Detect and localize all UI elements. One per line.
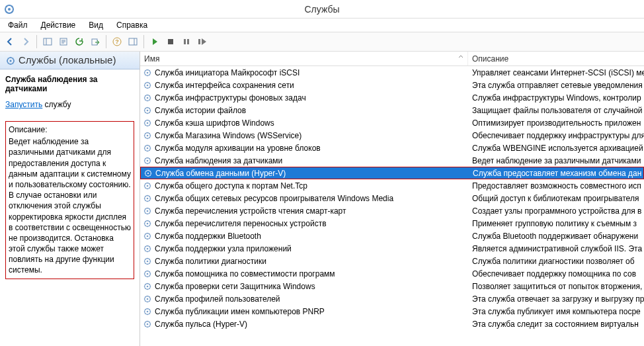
service-description: Является административной службой IIS. Э… (468, 244, 644, 253)
gear-icon (140, 181, 155, 191)
service-row[interactable]: Служба кэша шрифтов WindowsОптимизирует … (140, 116, 644, 129)
gear-icon (140, 244, 155, 253)
svg-text:?: ? (115, 38, 119, 45)
gear-icon (140, 194, 155, 203)
service-description: Управляет сеансами Интернет-SCSI (iSCSI)… (468, 68, 644, 77)
svg-point-60 (147, 323, 149, 325)
service-description: Служба предоставляет механизм обмена дан (469, 169, 643, 178)
svg-rect-15 (187, 39, 189, 44)
sort-indicator-icon (458, 54, 463, 60)
window-title: Службы (304, 4, 339, 15)
selected-service-title: Служба наблюдения за датчиками (5, 75, 134, 93)
column-name[interactable]: Имя (140, 52, 468, 65)
svg-point-22 (147, 84, 149, 86)
service-description: Предоставляет возможность совместного ис… (468, 181, 644, 191)
service-row[interactable]: Служба обмена данными (Hyper-V)Служба пр… (140, 167, 644, 179)
show-hide-console-tree-button[interactable] (40, 34, 55, 49)
svg-point-42 (147, 210, 149, 212)
svg-point-18 (10, 60, 12, 62)
service-description: Эта служба публикует имя компьютера поср… (468, 307, 644, 316)
menu-file[interactable]: Файл (3, 20, 33, 30)
svg-point-56 (147, 298, 149, 300)
service-row[interactable]: Служба Магазина Windows (WSService)Обесп… (140, 129, 644, 142)
service-row[interactable]: Служба помощника по совместимости програ… (140, 267, 644, 280)
gear-icon (141, 169, 155, 178)
service-name: Служба интерфейса сохранения сети (155, 81, 468, 90)
start-suffix: службу (42, 100, 71, 109)
gear-icon (140, 93, 155, 103)
column-headers: Имя Описание (140, 52, 644, 66)
service-description: Служба Bluetooth поддерживает обнаружени (468, 232, 644, 241)
titlebar: Службы (0, 0, 644, 19)
service-row[interactable]: Служба политики диагностикиСлужба полити… (140, 255, 644, 267)
service-description: Обеспечивает поддержку инфраструктуры дл… (468, 131, 644, 140)
service-row[interactable]: Служба интерфейса сохранения сетиЭта слу… (140, 79, 644, 91)
gear-icon (140, 156, 155, 165)
service-description: Эта служба отвечает за загрузку и выгруз… (468, 294, 644, 304)
service-row[interactable]: Служба истории файловЗащищает файлы поль… (140, 104, 644, 116)
refresh-button[interactable] (72, 34, 87, 49)
service-row[interactable]: Служба перечисления устройств чтения сма… (140, 204, 644, 217)
svg-point-1 (8, 8, 11, 11)
menu-view[interactable]: Вид (83, 20, 108, 30)
service-description: Ведет наблюдение за различными датчиками (468, 156, 644, 165)
service-row[interactable]: Служба общих сетевых ресурсов проигрыват… (140, 192, 644, 204)
service-list-pane: Имя Описание Служба инициатора Майкрософ… (140, 52, 644, 346)
toolbar-sep (36, 35, 37, 48)
pause-service-button[interactable] (179, 34, 194, 49)
service-row[interactable]: Служба перечислителя переносных устройст… (140, 217, 644, 230)
service-name: Служба инициатора Майкрософт iSCSI (155, 68, 468, 77)
service-description: Общий доступ к библиотекам проигрывателя (468, 194, 644, 203)
service-name: Служба обмена данными (Hyper-V) (155, 169, 469, 178)
service-description: Служба политики диагностики позволяет об (468, 257, 644, 266)
service-description: Служба инфраструктуры Windows, контролир (468, 93, 644, 103)
service-row[interactable]: Служба модуля архивации на уровне блоков… (140, 142, 644, 154)
svg-point-20 (147, 71, 149, 73)
service-row[interactable]: Служба пульса (Hyper-V)Эта служба следит… (140, 318, 644, 330)
column-description[interactable]: Описание (468, 54, 644, 64)
gear-icon (140, 106, 155, 115)
properties-button[interactable] (56, 34, 71, 49)
menu-action[interactable]: Действие (36, 20, 81, 30)
forward-button[interactable] (19, 34, 33, 49)
menubar: Файл Действие Вид Справка (0, 19, 644, 32)
help-button[interactable]: ? (110, 34, 124, 49)
service-row[interactable]: Служба инициатора Майкрософт iSCSIУправл… (140, 66, 644, 79)
svg-rect-2 (44, 38, 52, 45)
service-row[interactable]: Служба инфраструктуры фоновых задачСлужб… (140, 91, 644, 104)
back-button[interactable] (3, 34, 17, 49)
start-service-link[interactable]: Запустить (5, 100, 42, 109)
export-list-button[interactable] (88, 34, 102, 49)
service-name: Служба наблюдения за датчиками (155, 156, 468, 165)
svg-rect-14 (184, 39, 186, 44)
menu-help[interactable]: Справка (111, 20, 153, 30)
service-name: Служба кэша шрифтов Windows (155, 118, 468, 128)
start-service-button[interactable] (147, 34, 162, 49)
stop-service-button[interactable] (163, 34, 178, 49)
service-name: Служба Магазина Windows (WSService) (155, 131, 468, 140)
service-row[interactable]: Служба профилей пользователейЭта служба … (140, 292, 644, 305)
gear-icon (140, 81, 155, 90)
service-row[interactable]: Служба поддержки узла приложенийЯвляется… (140, 242, 644, 255)
action-pane-button[interactable] (126, 34, 140, 49)
service-row[interactable]: Служба проверки сети Защитника WindowsПо… (140, 280, 644, 292)
service-row[interactable]: Служба публикации имен компьютеров PNRPЭ… (140, 305, 644, 318)
service-name: Служба профилей пользователей (155, 294, 468, 304)
svg-point-34 (147, 159, 149, 161)
service-name: Служба публикации имен компьютеров PNRP (155, 307, 468, 316)
toolbar-sep (106, 35, 106, 48)
service-row[interactable]: Служба поддержки BluetoothСлужба Bluetoo… (140, 230, 644, 242)
gear-icon (140, 219, 155, 228)
panel-header-text: Службы (локальные) (19, 54, 116, 65)
service-row[interactable]: Служба общего доступа к портам Net.TcpПр… (140, 179, 644, 192)
service-name: Служба проверки сети Защитника Windows (155, 282, 468, 291)
description-label: Описание: (9, 124, 131, 135)
service-row[interactable]: Служба наблюдения за датчикамиВедет набл… (140, 154, 644, 167)
service-description: Позволяет защититься от попыток вторжени… (468, 282, 644, 291)
service-description: Применяет групповую политику к съемным з (468, 219, 644, 228)
service-list[interactable]: Служба инициатора Майкрософт iSCSIУправл… (140, 66, 644, 346)
restart-service-button[interactable] (195, 34, 210, 49)
service-description: Эта служба следит за состоянием виртуаль… (468, 320, 644, 329)
service-name: Служба перечислителя переносных устройст… (155, 219, 468, 228)
toolbar: ? (0, 32, 644, 52)
